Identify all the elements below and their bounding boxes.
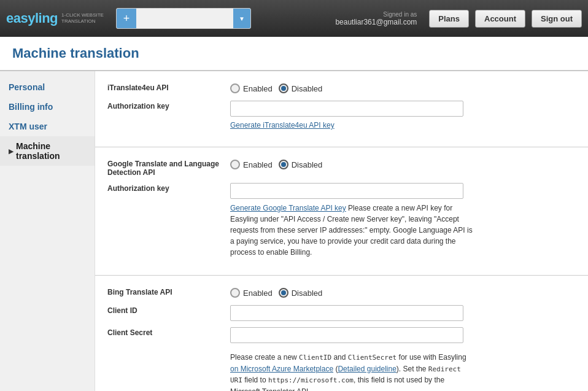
bing-clientid-input[interactable]	[230, 305, 463, 321]
bing-clientid-label: Client ID	[107, 305, 230, 315]
google-generate-link[interactable]: Generate Google Translate API key	[230, 204, 346, 212]
bing-description: Please create a new ClientID and ClientS…	[230, 352, 476, 391]
project-dropdown-arrow[interactable]: ▼	[233, 9, 250, 28]
signed-in-label: Signed in as	[335, 11, 417, 18]
itranslate-enabled-label: Enabled	[243, 84, 273, 93]
google-enabled-radio[interactable]	[230, 160, 240, 169]
itranslate-api-row: iTranslate4eu API Enabled Disabled	[107, 82, 576, 95]
sidebar-item-label: Personal	[9, 82, 45, 92]
bing-radio-group: Enabled Disabled	[230, 287, 576, 299]
sidebar-item-label: XTM user	[9, 122, 47, 131]
itranslate-auth-input[interactable]	[230, 101, 463, 117]
itranslate-section: iTranslate4eu API Enabled Disabled	[95, 71, 588, 147]
page-title-bar: Machine translation	[0, 37, 588, 71]
itranslate-auth-row: Authorization key Generate iTranslate4eu…	[107, 101, 576, 130]
bing-api-label: Bing Translate API	[107, 287, 230, 296]
account-button[interactable]: Account	[475, 10, 525, 28]
bing-secret-input[interactable]	[230, 327, 463, 343]
bing-secret-label: Client Secret	[107, 327, 230, 337]
signout-button[interactable]: Sign out	[532, 10, 582, 28]
google-disabled-radio[interactable]	[279, 160, 288, 169]
header: easyling 1-CLICK WEBSITE TRANSLATION + ▼…	[0, 0, 588, 37]
google-auth-input[interactable]	[230, 183, 463, 199]
plans-button[interactable]: Plans	[429, 10, 469, 28]
google-api-label: Google Translate and Language Detection …	[107, 158, 230, 177]
itranslate-radio-group: Enabled Disabled	[230, 82, 576, 95]
add-project-button[interactable]: +	[117, 9, 136, 28]
itranslate-disabled-radio[interactable]	[279, 83, 288, 93]
google-disabled-label: Disabled	[292, 160, 323, 169]
azure-marketplace-link[interactable]: on Microsoft Azure Marketplace	[230, 365, 333, 373]
sidebar-item-machine-translation[interactable]: ▶ Machine translation	[0, 136, 95, 166]
google-description: Generate Google Translate API key Please…	[230, 203, 476, 258]
google-auth-label: Authorization key	[107, 183, 230, 193]
signed-in-email: beautliar361@gmail.com	[335, 18, 417, 26]
google-section: Google Translate and Language Detection …	[95, 147, 588, 276]
main-container: Personal Billing info XTM user ▶ Machine…	[0, 71, 588, 391]
itranslate-enabled-option[interactable]: Enabled	[230, 83, 273, 93]
detailed-guideline-link[interactable]: Detailed guideline	[338, 365, 396, 373]
project-dropdown[interactable]: + ▼	[116, 8, 251, 29]
google-auth-controls: Generate Google Translate API key Please…	[230, 183, 576, 258]
itranslate-auth-controls: Generate iTranslate4eu API key	[230, 101, 576, 130]
bing-description-spacer	[107, 349, 230, 350]
active-arrow-icon: ▶	[9, 148, 14, 155]
bing-disabled-option[interactable]: Disabled	[279, 288, 323, 298]
bing-disabled-radio[interactable]	[279, 288, 288, 298]
sidebar-item-label: Machine translation	[16, 141, 86, 161]
sidebar-item-personal[interactable]: Personal	[0, 77, 95, 97]
itranslate-disabled-option[interactable]: Disabled	[279, 83, 323, 93]
sidebar-item-xtm[interactable]: XTM user	[0, 117, 95, 136]
bing-clientid-row: Client ID	[107, 305, 576, 321]
bing-disabled-label: Disabled	[292, 288, 323, 298]
bing-description-row: Please create a new ClientID and ClientS…	[107, 349, 576, 391]
sidebar: Personal Billing info XTM user ▶ Machine…	[0, 71, 95, 391]
itranslate-enabled-radio[interactable]	[230, 83, 240, 93]
bing-enabled-option[interactable]: Enabled	[230, 288, 273, 298]
signed-in-area: Signed in as beautliar361@gmail.com	[335, 11, 417, 26]
content-area: iTranslate4eu API Enabled Disabled	[95, 71, 588, 391]
bing-clientid-controls	[230, 305, 576, 321]
bing-section: Bing Translate API Enabled Disabled	[95, 276, 588, 391]
bing-enabled-radio[interactable]	[230, 288, 240, 298]
bing-secret-row: Client Secret	[107, 327, 576, 343]
logo-text: easyling	[6, 10, 58, 26]
google-enabled-label: Enabled	[243, 160, 273, 169]
google-radio-group: Enabled Disabled	[230, 158, 576, 171]
itranslate-disabled-label: Disabled	[292, 84, 323, 93]
itranslate-generate-link[interactable]: Generate iTranslate4eu API key	[230, 121, 335, 130]
bing-api-row: Bing Translate API Enabled Disabled	[107, 287, 576, 299]
google-api-row: Google Translate and Language Detection …	[107, 158, 576, 177]
logo-tagline: 1-CLICK WEBSITE TRANSLATION	[61, 12, 104, 24]
itranslate-auth-label: Authorization key	[107, 101, 230, 110]
google-disabled-option[interactable]: Disabled	[279, 160, 323, 169]
sidebar-item-label: Billing info	[9, 102, 53, 112]
bing-enabled-label: Enabled	[243, 288, 273, 298]
logo-area: easyling 1-CLICK WEBSITE TRANSLATION	[6, 10, 104, 26]
sidebar-item-billing[interactable]: Billing info	[0, 97, 95, 117]
google-enabled-option[interactable]: Enabled	[230, 160, 273, 169]
bing-secret-controls	[230, 327, 576, 343]
google-auth-row: Authorization key Generate Google Transl…	[107, 183, 576, 258]
itranslate-api-label: iTranslate4eu API	[107, 82, 230, 92]
page-title: Machine translation	[12, 45, 576, 61]
